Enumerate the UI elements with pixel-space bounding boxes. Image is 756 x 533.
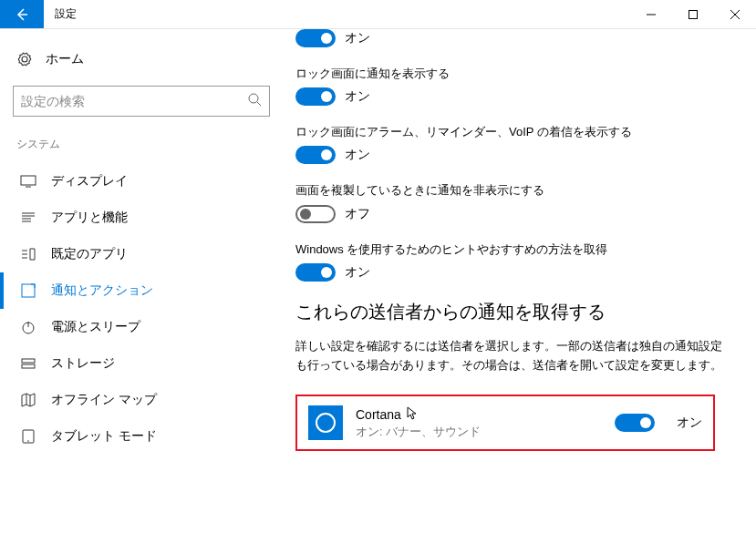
sender-subtitle: オン: バナー、サウンド (356, 424, 602, 440)
home-label: ホーム (46, 51, 84, 67)
toggle-switch[interactable] (295, 29, 336, 47)
toggle-row[interactable]: オン (295, 263, 729, 282)
toggle-switch[interactable] (295, 146, 336, 164)
senders-section-description: 詳しい設定を確認するには送信者を選択します。一部の送信者は独自の通知設定も行って… (295, 337, 729, 375)
storage-icon (20, 355, 36, 372)
sender-info: Cortana オン: バナー、サウンド (356, 406, 602, 440)
cortana-icon (308, 405, 343, 440)
setting-label: Windows を使用するためのヒントやおすすめの方法を取得 (295, 241, 729, 258)
toggle-state-label: オン (345, 264, 370, 281)
sidebar-item-label: 通知とアクション (51, 282, 153, 299)
sidebar-item-label: 既定のアプリ (51, 246, 128, 262)
sender-toggle-state-label: オン (677, 415, 702, 431)
sidebar-item-notifications[interactable]: 通知とアクション (0, 272, 283, 309)
power-icon (20, 319, 36, 335)
toggle-partial[interactable]: オン (295, 29, 729, 47)
toggle-row[interactable]: オン (295, 146, 729, 164)
sidebar-item-display[interactable]: ディスプレイ (0, 163, 283, 200)
window-title: 設定 (44, 0, 630, 28)
svg-point-8 (27, 440, 29, 442)
svg-rect-6 (22, 364, 35, 368)
search-input[interactable] (21, 94, 247, 108)
setting-hide-when-duplicating: 画面を複製しているときに通知を非表示にする オフ (295, 182, 729, 222)
svg-point-1 (249, 94, 258, 103)
close-button[interactable] (714, 0, 756, 28)
maximize-button[interactable] (672, 0, 714, 28)
svg-rect-5 (22, 359, 35, 363)
setting-lockscreen-alarms: ロック画面にアラーム、リマインダー、VoIP の着信を表示する オン (295, 124, 729, 164)
sidebar-item-storage[interactable]: ストレージ (0, 345, 283, 382)
display-icon (20, 173, 36, 190)
toggle-state-label: オン (345, 147, 370, 163)
sender-toggle-switch[interactable] (615, 414, 655, 432)
sender-name-row: Cortana (356, 406, 602, 424)
toggle-row[interactable]: オン (295, 87, 729, 106)
svg-rect-3 (22, 284, 35, 297)
search-box[interactable] (13, 86, 270, 117)
sidebar-item-default-apps[interactable]: 既定のアプリ (0, 236, 283, 272)
sidebar-item-label: タブレット モード (51, 428, 157, 445)
setting-label: ロック画面にアラーム、リマインダー、VoIP の着信を表示する (295, 124, 729, 140)
toggle-row[interactable]: オフ (295, 205, 729, 223)
home-button[interactable]: ホーム (0, 42, 283, 77)
setting-windows-tips: Windows を使用するためのヒントやおすすめの方法を取得 オン (295, 241, 729, 282)
sidebar-item-label: アプリと機能 (51, 210, 128, 226)
default-apps-icon (20, 246, 36, 262)
window-controls (630, 0, 756, 28)
sidebar-item-label: オフライン マップ (51, 392, 157, 408)
svg-rect-2 (21, 176, 36, 185)
gear-icon (16, 51, 33, 67)
minimize-button[interactable] (630, 0, 672, 28)
sidebar-item-label: ストレージ (51, 355, 115, 372)
cursor-icon (407, 406, 418, 424)
map-icon (20, 392, 36, 408)
titlebar: 設定 (0, 0, 756, 29)
sender-cortana[interactable]: Cortana オン: バナー、サウンド オン (295, 395, 715, 451)
toggle-state-label: オン (345, 88, 370, 105)
tablet-icon (20, 428, 36, 445)
toggle-switch[interactable] (295, 205, 336, 223)
setting-label: ロック画面に通知を表示する (295, 66, 729, 82)
toggle-switch[interactable] (295, 87, 336, 106)
senders-section-title: これらの送信者からの通知を取得する (295, 300, 729, 324)
back-button[interactable] (0, 0, 44, 28)
sidebar-item-tablet-mode[interactable]: タブレット モード (0, 418, 283, 455)
toggle-state-label: オン (345, 30, 370, 46)
sidebar-item-offline-maps[interactable]: オフライン マップ (0, 382, 283, 418)
toggle-state-label: オフ (345, 206, 370, 222)
setting-label: 画面を複製しているときに通知を非表示にする (295, 182, 729, 199)
sidebar: ホーム システム ディスプレイ アプリと機能 既定のアプリ 通知とアクション (0, 29, 283, 533)
toggle-switch[interactable] (295, 263, 336, 282)
sender-name: Cortana (356, 407, 401, 422)
sidebar-item-label: ディスプレイ (51, 173, 128, 190)
sidebar-item-label: 電源とスリープ (51, 319, 140, 335)
content-area: オン ロック画面に通知を表示する オン ロック画面にアラーム、リマインダー、Vo… (283, 29, 756, 533)
sidebar-section-header: システム (0, 133, 283, 163)
apps-icon (20, 210, 36, 226)
svg-rect-0 (689, 10, 698, 18)
arrow-left-icon (15, 7, 29, 22)
setting-lockscreen-notifications: ロック画面に通知を表示する オン (295, 66, 729, 106)
sidebar-item-apps[interactable]: アプリと機能 (0, 200, 283, 236)
sidebar-item-power[interactable]: 電源とスリープ (0, 309, 283, 345)
notifications-icon (20, 282, 36, 299)
search-icon (247, 92, 262, 110)
